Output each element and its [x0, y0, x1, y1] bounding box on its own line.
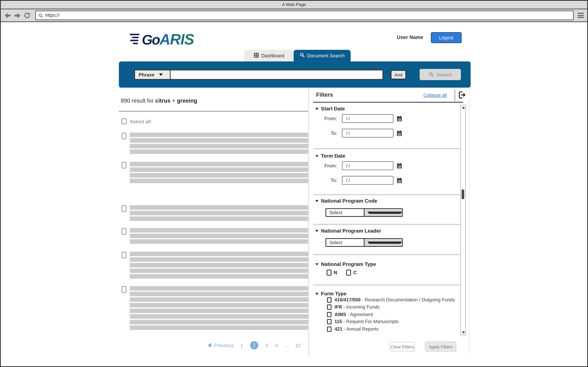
- option-label: 421 - Annual Reports: [334, 326, 379, 332]
- search-button[interactable]: Search: [420, 69, 461, 80]
- term-date-to-input[interactable]: [342, 176, 393, 184]
- calendar-icon[interactable]: [396, 177, 403, 184]
- placeholder-bar: [130, 138, 308, 143]
- checkbox[interactable]: [327, 312, 331, 317]
- chevron-left-icon: [208, 343, 211, 347]
- placeholder-bar: [130, 205, 308, 210]
- placeholder-bar: [130, 144, 308, 148]
- national-program-code-select[interactable]: Select: [326, 208, 403, 217]
- result-placeholder-lines: [130, 205, 308, 222]
- tab-document-search[interactable]: Document Search: [294, 50, 351, 61]
- result-item: [121, 162, 308, 184]
- filters-scrollbar[interactable]: [460, 105, 466, 335]
- placeholder-bar: [130, 286, 308, 291]
- and-button[interactable]: And: [391, 70, 406, 79]
- result-checkbox[interactable]: [121, 286, 126, 293]
- result-item: [121, 133, 308, 155]
- pagination-page-4[interactable]: 4: [275, 342, 278, 348]
- calendar-icon[interactable]: [396, 130, 403, 137]
- scroll-up-icon[interactable]: [462, 106, 465, 109]
- pagination-page-2[interactable]: 2: [250, 341, 258, 350]
- section-header-national-program-type[interactable]: National Program Type: [315, 261, 376, 267]
- checkbox[interactable]: [346, 270, 351, 275]
- program-type-option-N[interactable]: N: [327, 270, 337, 275]
- filters-header-rule: [313, 102, 463, 103]
- result-checkbox[interactable]: [121, 133, 126, 139]
- clear-filters-button[interactable]: Clear Filters: [389, 342, 415, 351]
- placeholder-bar: [130, 309, 308, 313]
- form-type-option[interactable]: 416/417/550 - Research Documentation / O…: [327, 296, 458, 304]
- calendar-icon[interactable]: [396, 162, 403, 169]
- url-bar[interactable]: https://: [35, 10, 574, 20]
- chevron-down-icon: [315, 230, 319, 232]
- checkbox[interactable]: [327, 326, 331, 332]
- back-icon[interactable]: [4, 12, 11, 19]
- start-date-to-input[interactable]: [342, 129, 393, 137]
- browser-titlebar: A Web Page: [1, 1, 587, 9]
- select-all-control[interactable]: Select all: [121, 118, 151, 124]
- option-label: IFR - Incoming Funds: [334, 305, 380, 310]
- checkbox[interactable]: [327, 305, 331, 310]
- program-type-options: NC: [327, 270, 357, 275]
- search-input[interactable]: [171, 70, 383, 80]
- pagination-page-12[interactable]: 12: [295, 342, 301, 348]
- result-item: [121, 252, 308, 280]
- logout-button[interactable]: Logout: [431, 32, 462, 43]
- result-checkbox[interactable]: [121, 252, 126, 259]
- collapse-all-link[interactable]: Collapse all: [424, 92, 447, 98]
- checkbox[interactable]: [327, 319, 331, 324]
- section-header-start-date[interactable]: Start Date: [315, 106, 345, 112]
- calendar-icon[interactable]: [396, 115, 403, 122]
- chevron-down-icon: [159, 73, 163, 76]
- form-type-option[interactable]: IFR - Incoming Funds: [327, 304, 458, 311]
- placeholder-bar: [130, 211, 308, 215]
- tab-dashboard[interactable]: Dashboard: [244, 50, 294, 61]
- section-header-term-date[interactable]: Term Date: [315, 153, 346, 159]
- form-type-option[interactable]: 115 - Request For Manuscripts: [327, 318, 458, 325]
- pagination-page-3[interactable]: 3: [265, 342, 268, 348]
- program-type-option-C[interactable]: C: [346, 270, 357, 275]
- section-title: National Program Type: [321, 261, 376, 267]
- start-date-from-input[interactable]: [342, 114, 393, 123]
- search-mode-dropdown[interactable]: Phrase: [134, 70, 171, 80]
- checkbox[interactable]: [327, 297, 331, 302]
- dropdown-arrow-button[interactable]: [364, 239, 402, 246]
- chevron-down-icon: [315, 263, 319, 265]
- section-header-national-program-code[interactable]: National Program Code: [315, 198, 377, 204]
- pagination-pages: 1234...12: [240, 341, 301, 350]
- national-program-leader-select[interactable]: Select: [326, 238, 403, 247]
- placeholder-bar: [130, 325, 308, 330]
- scrollbar-thumb[interactable]: [462, 190, 464, 199]
- form-type-option[interactable]: 421 - Annual Reports: [327, 325, 458, 333]
- term-date-from-input[interactable]: [342, 161, 393, 170]
- checkbox[interactable]: [327, 270, 331, 275]
- dropdown-arrow-button[interactable]: [364, 209, 402, 216]
- menu-icon[interactable]: [578, 12, 584, 19]
- window-title: A Web Page: [282, 2, 306, 7]
- term-date-to-row: To:: [309, 176, 403, 184]
- select-all-checkbox[interactable]: [121, 118, 127, 124]
- scroll-down-icon[interactable]: [462, 331, 465, 334]
- section-header-form-type[interactable]: Form Type: [315, 291, 346, 297]
- result-checkbox[interactable]: [121, 205, 126, 212]
- tab-label: Dashboard: [261, 53, 284, 58]
- to-label: To:: [315, 177, 337, 183]
- result-count: 890 result for citrus + greeing: [121, 97, 197, 104]
- section-header-national-program-leader[interactable]: National Program Leader: [315, 228, 381, 234]
- section-divider: [313, 224, 460, 225]
- refresh-icon[interactable]: [24, 12, 31, 19]
- chevron-down-icon: [315, 293, 319, 295]
- start-date-from-row: From:: [309, 114, 403, 123]
- placeholder-bar: [130, 320, 308, 324]
- placeholder-bar: [130, 162, 308, 166]
- forward-icon[interactable]: [14, 12, 21, 19]
- result-checkbox[interactable]: [121, 228, 126, 235]
- form-type-option[interactable]: AIMS - Agreement: [327, 311, 458, 318]
- result-checkbox[interactable]: [121, 162, 126, 168]
- collapse-panel-icon[interactable]: [458, 91, 466, 101]
- pagination-page-1[interactable]: 1: [240, 342, 243, 348]
- pagination-previous[interactable]: Previous: [208, 342, 234, 348]
- apply-filters-button[interactable]: Apply Filters: [425, 342, 457, 351]
- result-item: [121, 205, 308, 222]
- placeholder-bar: [130, 228, 308, 233]
